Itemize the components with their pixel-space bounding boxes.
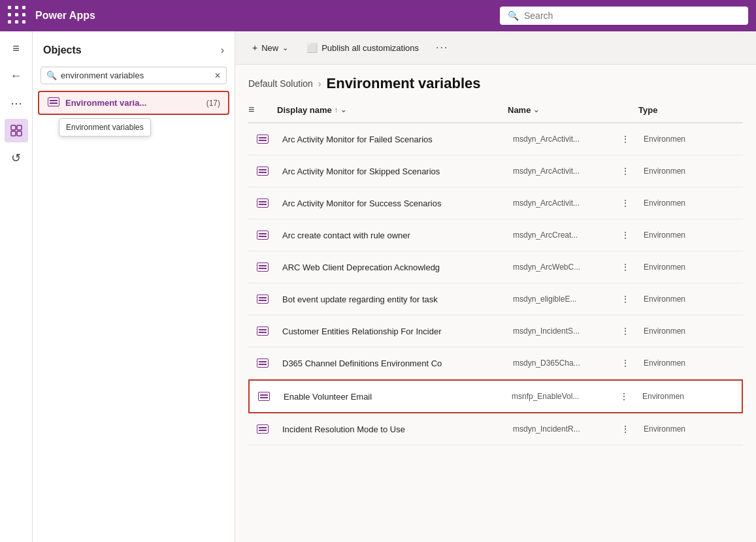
table-row[interactable]: Arc Activity Monitor for Failed Scenario… (248, 123, 743, 155)
row-icon-cell (248, 219, 277, 251)
row-display-name: Enable Volunteer Email (278, 381, 506, 412)
sidebar-close-button[interactable]: › (218, 42, 227, 59)
sidebar-item-environment-variables[interactable]: Environment varia... (17) Environment va… (38, 91, 229, 115)
row-icon-cell (248, 251, 277, 283)
row-type: Environmen (638, 315, 743, 347)
sidebar-header: Objects › (33, 37, 235, 67)
row-name: msdyn_ArcActivit... (513, 167, 580, 176)
row-type-icon (257, 135, 269, 144)
row-icon-cell (248, 155, 277, 187)
row-more-button[interactable]: ⋮ (617, 195, 633, 211)
row-more-button[interactable]: ⋮ (617, 259, 633, 275)
row-type: Environmen (638, 155, 743, 187)
name-label: Name (508, 105, 531, 115)
new-dropdown-icon: ⌄ (282, 44, 288, 52)
row-display-name: ARC Web Client Deprecation Acknowledg (277, 251, 508, 283)
table-row[interactable]: ARC Web Client Deprecation Acknowledg ms… (248, 251, 743, 283)
row-type: Environmen (638, 347, 743, 379)
row-name: msdyn_ArcWebC... (513, 263, 580, 272)
sidebar-tooltip: Environment variables (59, 118, 151, 136)
display-name-label: Display name (277, 105, 332, 115)
row-more-button[interactable]: ⋮ (617, 421, 633, 437)
rail-home-icon[interactable]: ≡ (5, 37, 28, 60)
breadcrumb: Default Solution › Environment variables (235, 65, 756, 97)
sort-asc-icon: ↑ (335, 106, 338, 114)
table-row[interactable]: D365 Channel Definitions Environment Co … (248, 347, 743, 379)
new-button-label: New (261, 43, 278, 53)
svg-rect-3 (17, 131, 22, 136)
sidebar-search-clear-button[interactable]: ✕ (214, 71, 221, 80)
row-display-name: Arc Activity Monitor for Success Scenari… (277, 187, 508, 219)
row-type-icon (257, 359, 269, 368)
row-name-cell: msnfp_EnableVol... ⋮ (506, 381, 637, 412)
plus-icon: + (252, 42, 257, 53)
row-type-icon (257, 327, 269, 336)
global-search-bar: 🔍 (500, 7, 748, 25)
left-rail: ≡ ← ⋯ ↺ (0, 31, 33, 542)
row-more-button[interactable]: ⋮ (617, 323, 633, 339)
table-row[interactable]: Arc create contact with rule owner msdyn… (248, 219, 743, 251)
breadcrumb-separator: › (318, 78, 321, 89)
row-name: msdyn_D365Cha... (513, 359, 580, 368)
sidebar-search-input[interactable] (61, 71, 210, 80)
rail-more-icon[interactable]: ⋯ (5, 91, 28, 115)
table-row[interactable]: Customer Entities Relationship For Incid… (248, 315, 743, 347)
row-name: msdyn_ArcActivit... (513, 135, 580, 144)
app-grid-icon[interactable] (8, 6, 27, 25)
row-more-button[interactable]: ⋮ (617, 163, 633, 179)
table-row[interactable]: Enable Volunteer Email msnfp_EnableVol..… (248, 379, 743, 413)
row-name-cell: msdyn_ArcWebC... ⋮ (508, 251, 638, 283)
global-search-input[interactable] (524, 10, 740, 21)
row-icon-cell (248, 283, 277, 315)
row-more-button[interactable]: ⋮ (617, 291, 633, 307)
row-display-name: Customer Entities Relationship For Incid… (277, 315, 508, 347)
sidebar: Objects › 🔍 ✕ Environment varia... (17) … (33, 31, 235, 542)
sort-dropdown-icon: ⌄ (340, 106, 346, 114)
rail-history-icon[interactable]: ↺ (5, 146, 28, 170)
search-icon: 🔍 (508, 10, 519, 21)
row-name-cell: msdyn_eligibleE... ⋮ (508, 283, 638, 315)
row-more-button[interactable]: ⋮ (616, 389, 632, 404)
name-sort-icon: ⌄ (533, 106, 539, 114)
row-name-cell: msdyn_D365Cha... ⋮ (508, 347, 638, 379)
table-row[interactable]: Arc Activity Monitor for Success Scenari… (248, 187, 743, 219)
row-type: Environmen (638, 123, 743, 155)
row-name-cell: msdyn_ArcActivit... ⋮ (508, 187, 638, 219)
row-type-icon (257, 199, 269, 208)
svg-rect-0 (11, 125, 16, 130)
table-row[interactable]: Arc Activity Monitor for Skipped Scenari… (248, 155, 743, 187)
table-header: ≡ Display name ↑ ⌄ Name ⌄ Type (248, 97, 743, 123)
row-display-name: Incident Resolution Mode to Use (277, 413, 508, 445)
row-icon-cell (250, 381, 278, 412)
row-icon-cell (248, 187, 277, 219)
table-row[interactable]: Bot event update regarding entity for ta… (248, 283, 743, 315)
sidebar-item-count: (17) (206, 99, 220, 108)
publish-button[interactable]: ⬜ Publish all customizations (300, 39, 425, 57)
svg-rect-2 (11, 131, 16, 136)
breadcrumb-parent-link[interactable]: Default Solution (248, 78, 313, 89)
table-row[interactable]: Incident Resolution Mode to Use msdyn_In… (248, 413, 743, 445)
row-more-button[interactable]: ⋮ (617, 131, 633, 147)
publish-icon: ⬜ (306, 42, 318, 53)
row-name-cell: msdyn_ArcCreat... ⋮ (508, 219, 638, 251)
rail-objects-icon[interactable] (5, 119, 28, 142)
column-header-type: Type (638, 105, 743, 115)
row-more-button[interactable]: ⋮ (617, 355, 633, 371)
sidebar-search-box[interactable]: 🔍 ✕ (41, 67, 227, 84)
row-display-name: Arc create contact with rule owner (277, 219, 508, 251)
sidebar-item-label: Environment varia... (65, 98, 201, 108)
column-header-display-name[interactable]: Display name ↑ ⌄ (277, 105, 508, 115)
column-header-name[interactable]: Name ⌄ (508, 105, 638, 115)
row-display-name: Arc Activity Monitor for Failed Scenario… (277, 123, 508, 155)
row-type-icon (257, 263, 269, 272)
row-more-button[interactable]: ⋮ (617, 227, 633, 243)
breadcrumb-current: Environment variables (327, 75, 481, 92)
row-name-cell: msdyn_IncidentS... ⋮ (508, 315, 638, 347)
rail-back-icon[interactable]: ← (5, 64, 28, 88)
row-display-name: Arc Activity Monitor for Skipped Scenari… (277, 155, 508, 187)
table-body: Arc Activity Monitor for Failed Scenario… (248, 123, 743, 445)
new-button[interactable]: + New ⌄ (246, 39, 295, 57)
more-options-button[interactable]: ··· (431, 38, 453, 57)
content-area: + New ⌄ ⬜ Publish all customizations ···… (235, 31, 756, 542)
row-name: msdyn_IncidentS... (513, 327, 580, 336)
